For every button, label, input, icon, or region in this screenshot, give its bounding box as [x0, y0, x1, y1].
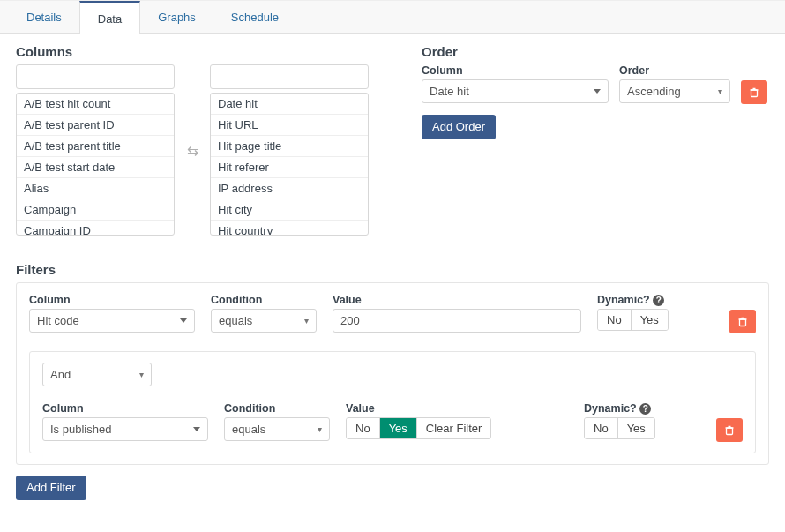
add-order-button[interactable]: Add Order: [422, 115, 496, 139]
svg-rect-0: [751, 90, 758, 97]
order-heading: Order: [422, 44, 769, 59]
list-item[interactable]: A/B test start date: [17, 157, 174, 178]
chevron-down-icon: ▾: [718, 86, 722, 96]
chevron-down-icon: ▾: [139, 370, 144, 379]
list-item[interactable]: Hit URL: [211, 115, 368, 136]
filter1-dynamic-toggle[interactable]: No Yes: [597, 309, 669, 331]
chevron-down-icon: ▾: [304, 316, 309, 326]
list-item[interactable]: A/B test parent title: [17, 136, 174, 157]
filter2-dynamic-yes[interactable]: Yes: [618, 418, 654, 438]
filter-group: And ▾ Column Is published: [29, 351, 756, 453]
order-direction-label: Order: [619, 64, 730, 77]
list-item[interactable]: Alias: [17, 178, 174, 199]
list-item[interactable]: Hit referer: [211, 157, 368, 178]
filter-condition-label: Condition: [224, 402, 330, 415]
filter-dynamic-label: Dynamic? ?: [584, 402, 663, 415]
list-item[interactable]: A/B test parent ID: [17, 115, 174, 136]
list-item[interactable]: Hit city: [211, 199, 368, 221]
delete-order-button[interactable]: [741, 80, 767, 104]
filters-heading: Filters: [16, 262, 769, 277]
filter1-condition-value: equals: [219, 314, 252, 327]
list-item[interactable]: Date hit: [211, 94, 368, 115]
help-icon[interactable]: ?: [653, 295, 664, 306]
trash-icon: [724, 425, 735, 436]
filter2-column-value: Is published: [50, 423, 111, 436]
filter-condition-label: Condition: [211, 294, 317, 306]
filter-column-label: Column: [29, 294, 195, 306]
help-icon[interactable]: ?: [639, 403, 651, 415]
tab-data[interactable]: Data: [79, 1, 140, 34]
tab-details[interactable]: Details: [9, 1, 79, 33]
filter1-dynamic-no[interactable]: No: [598, 310, 632, 330]
add-filter-button[interactable]: Add Filter: [16, 476, 86, 500]
conjunction-select[interactable]: And ▾: [42, 363, 152, 386]
order-column-value: Date hit: [430, 85, 469, 98]
filter-dynamic-label: Dynamic? ?: [597, 294, 677, 306]
delete-filter2-button[interactable]: [716, 418, 743, 442]
list-item[interactable]: Hit country: [211, 221, 368, 236]
order-column-label: Column: [422, 64, 609, 77]
trash-icon: [737, 317, 748, 327]
chevron-down-icon: [180, 318, 187, 323]
available-columns-list[interactable]: A/B test hit count A/B test parent ID A/…: [16, 93, 175, 236]
filter2-value-no[interactable]: No: [347, 418, 380, 438]
chevron-down-icon: ▾: [318, 424, 322, 434]
tab-graphs[interactable]: Graphs: [140, 1, 213, 33]
tab-bar: Details Data Graphs Schedule: [0, 0, 785, 34]
available-columns-filter-input[interactable]: [16, 64, 175, 89]
list-item[interactable]: Campaign ID: [17, 221, 174, 236]
svg-rect-1: [740, 319, 746, 326]
columns-heading: Columns: [16, 44, 395, 59]
filter1-dynamic-yes[interactable]: Yes: [632, 310, 668, 330]
conjunction-value: And: [50, 368, 71, 381]
list-item[interactable]: A/B test hit count: [17, 94, 174, 115]
order-column-select[interactable]: Date hit: [422, 79, 609, 103]
tab-schedule[interactable]: Schedule: [213, 1, 296, 33]
filter2-condition-value: equals: [232, 423, 265, 436]
list-item[interactable]: Campaign: [17, 199, 174, 221]
filter1-column-select[interactable]: Hit code: [29, 309, 195, 333]
selected-columns-list[interactable]: Date hit Hit URL Hit page title Hit refe…: [210, 93, 369, 236]
filter2-dynamic-toggle[interactable]: No Yes: [584, 417, 655, 439]
filter2-clear[interactable]: Clear Filter: [417, 418, 491, 438]
swap-columns-icon[interactable]: ⇆: [175, 142, 210, 159]
dynamic-text: Dynamic?: [597, 294, 650, 306]
filter-value-label: Value: [346, 402, 568, 415]
filter2-value-toggle[interactable]: No Yes Clear Filter: [346, 417, 491, 439]
dynamic-text: Dynamic?: [584, 402, 637, 415]
order-direction-select[interactable]: Ascending ▾: [619, 79, 730, 103]
filter2-value-yes[interactable]: Yes: [380, 418, 417, 438]
filters-panel: Column Hit code Condition equals ▾: [16, 282, 769, 465]
filter2-dynamic-no[interactable]: No: [585, 418, 618, 438]
filter2-column-select[interactable]: Is published: [42, 417, 208, 441]
delete-filter1-button[interactable]: [729, 310, 756, 333]
trash-icon: [749, 87, 759, 98]
filter1-condition-select[interactable]: equals ▾: [211, 309, 317, 333]
filter1-column-value: Hit code: [37, 314, 79, 327]
filter-column-label: Column: [42, 402, 208, 415]
svg-rect-2: [727, 428, 733, 435]
chevron-down-icon: [193, 427, 200, 431]
filter1-value-input[interactable]: [333, 309, 581, 333]
filter2-condition-select[interactable]: equals ▾: [224, 417, 330, 441]
chevron-down-icon: [594, 89, 601, 94]
filter-value-label: Value: [333, 294, 581, 306]
selected-columns-filter-input[interactable]: [210, 64, 369, 89]
order-direction-value: Ascending: [627, 85, 681, 98]
list-item[interactable]: Hit page title: [211, 136, 368, 157]
list-item[interactable]: IP address: [211, 178, 368, 199]
